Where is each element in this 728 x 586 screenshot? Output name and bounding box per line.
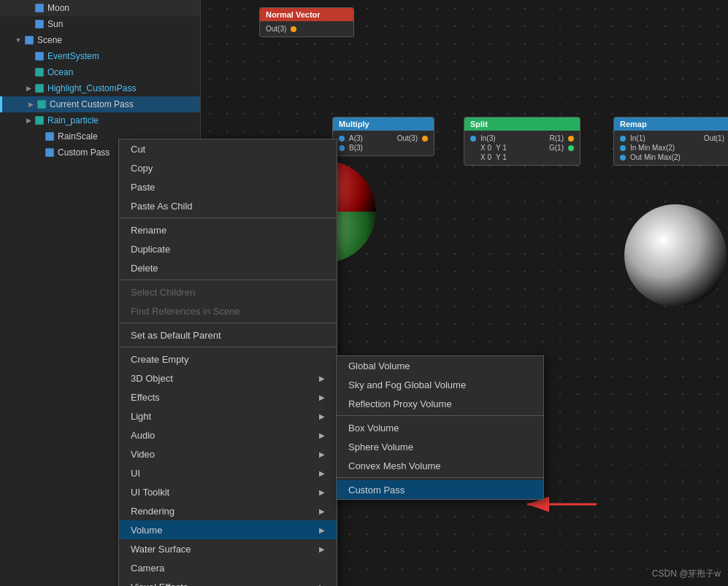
- expand-arrow: [34, 147, 44, 158]
- menu-item-label: Effects: [131, 392, 160, 403]
- hierarchy-item-ocean[interactable]: Ocean: [0, 64, 200, 80]
- menu-item-label: Delete: [131, 263, 158, 274]
- port-label: Y 1: [496, 144, 507, 152]
- menu-item-video[interactable]: Video ▶: [119, 444, 337, 463]
- menu-item-delete[interactable]: Delete: [119, 258, 337, 277]
- menu-item-set-default-parent[interactable]: Set as Default Parent: [119, 325, 337, 344]
- node-remap: Remap In(1) Out(1) In Min Max(2) Out Min…: [613, 117, 728, 166]
- cube-icon-teal: [34, 66, 45, 78]
- menu-item-duplicate[interactable]: Duplicate: [119, 239, 337, 258]
- node-body: In(3) R(1) X 0 Y 1 G(1) X 0 Y 1: [464, 131, 580, 165]
- submenu-item-label: Box Volume: [348, 423, 399, 433]
- menu-item-visual-effects[interactable]: Visual Effects ▶: [119, 577, 337, 586]
- item-label: RainScale: [58, 131, 98, 142]
- menu-item-paste[interactable]: Paste: [119, 177, 337, 196]
- menu-item-volume[interactable]: Volume ▶: [119, 520, 337, 539]
- menu-item-label: Copy: [131, 163, 153, 174]
- input-port: [339, 145, 345, 151]
- menu-item-label: Find References in Scene: [131, 306, 240, 317]
- menu-item-camera[interactable]: Camera: [119, 558, 337, 577]
- menu-item-label: Rendering: [131, 506, 175, 517]
- submenu-item-label: Custom Pass: [348, 485, 405, 496]
- submenu-item-custom-pass[interactable]: Custom Pass: [337, 480, 543, 499]
- watermark: CSDN @芽孢子w: [652, 568, 721, 580]
- menu-item-paste-as-child[interactable]: Paste As Child: [119, 196, 337, 215]
- submenu-arrow-icon: ▶: [319, 431, 325, 439]
- node-header: Remap: [614, 117, 728, 131]
- port-label: X 0: [480, 153, 491, 161]
- hierarchy-item-current-custom-pass[interactable]: ▶ Current Custom Pass: [0, 96, 200, 112]
- port-label: In(3): [480, 134, 496, 142]
- submenu-arrow-icon: ▶: [319, 583, 325, 587]
- menu-item-ui[interactable]: UI ▶: [119, 463, 337, 482]
- hierarchy-item-eventsystem[interactable]: EventSystem: [0, 48, 200, 64]
- submenu-item-global-volume[interactable]: Global Volume: [337, 356, 543, 375]
- menu-item-label: Light: [131, 411, 151, 422]
- node-split: Split In(3) R(1) X 0 Y 1 G(1) X 0 Y 1: [464, 117, 581, 166]
- cube-icon: [23, 34, 35, 46]
- node-row: In(3) R(1): [470, 134, 574, 143]
- menu-separator: [119, 279, 337, 280]
- menu-item-audio[interactable]: Audio ▶: [119, 425, 337, 444]
- node-row: B(3): [339, 143, 428, 153]
- hierarchy-item-highlight[interactable]: ▶ Highlight_CustomPass: [0, 80, 200, 96]
- menu-separator: [119, 347, 337, 347]
- output-port: [568, 136, 574, 142]
- menu-item-create-empty[interactable]: Create Empty: [119, 350, 337, 369]
- menu-item-copy[interactable]: Copy: [119, 158, 337, 177]
- cube-icon: [44, 131, 55, 142]
- menu-item-label: Paste As Child: [131, 201, 193, 212]
- menu-item-rename[interactable]: Rename: [119, 220, 337, 239]
- menu-item-rendering[interactable]: Rendering ▶: [119, 501, 337, 520]
- cube-icon-teal: [34, 82, 45, 94]
- cube-icon: [34, 2, 45, 14]
- hierarchy-item-sun[interactable]: Sun: [0, 16, 200, 32]
- submenu-item-sky-fog-volume[interactable]: Sky and Fog Global Volume: [337, 375, 543, 394]
- volume-submenu: Global Volume Sky and Fog Global Volume …: [336, 355, 544, 500]
- submenu-arrow-icon: ▶: [319, 469, 325, 477]
- menu-item-label: Audio: [131, 430, 155, 441]
- menu-item-effects[interactable]: Effects ▶: [119, 388, 337, 406]
- submenu-item-reflection-proxy[interactable]: Reflection Proxy Volume: [337, 394, 543, 413]
- expand-arrow: ▶: [26, 99, 36, 109]
- expand-arrow: [23, 51, 34, 61]
- port-label: In(1): [630, 134, 645, 142]
- port-label: Out Min Max(2): [630, 153, 681, 161]
- menu-item-label: UI Toolkit: [131, 487, 169, 498]
- sphere-bw: [624, 204, 727, 307]
- context-menu: Cut Copy Paste Paste As Child Rename Dup…: [118, 139, 337, 586]
- port-label: In Min Max(2): [630, 144, 675, 152]
- menu-item-water-surface[interactable]: Water Surface ▶: [119, 539, 337, 558]
- hierarchy-item-moon[interactable]: Moon: [0, 0, 200, 16]
- port-label: X 0: [480, 144, 491, 152]
- menu-item-label: 3D Object: [131, 373, 173, 384]
- port-label: A(3): [349, 134, 363, 142]
- node-header: Multiply: [333, 117, 434, 131]
- submenu-arrow-icon: ▶: [319, 412, 325, 420]
- hierarchy-item-rain-particle[interactable]: ▶ Rain_particle: [0, 112, 200, 128]
- menu-item-3d-object[interactable]: 3D Object ▶: [119, 369, 337, 388]
- node-body: A(3) Out(3) B(3): [333, 131, 434, 155]
- submenu-item-sphere-volume[interactable]: Sphere Volume: [337, 437, 543, 456]
- menu-separator: [119, 217, 337, 218]
- submenu-arrow-icon: ▶: [319, 545, 325, 553]
- input-port: [620, 136, 626, 142]
- submenu-item-box-volume[interactable]: Box Volume: [337, 418, 543, 437]
- node-body: In(1) Out(1) In Min Max(2) Out Min Max(2…: [614, 131, 728, 165]
- node-row: Out(3): [266, 24, 348, 34]
- item-label: Scene: [37, 35, 62, 45]
- menu-item-label: Paste: [131, 182, 155, 193]
- submenu-item-convex-mesh[interactable]: Convex Mesh Volume: [337, 456, 543, 475]
- submenu-separator: [337, 415, 543, 416]
- menu-item-cut[interactable]: Cut: [119, 139, 337, 158]
- menu-item-ui-toolkit[interactable]: UI Toolkit ▶: [119, 482, 337, 501]
- port-label: Out(1): [704, 134, 724, 142]
- menu-separator: [119, 323, 337, 323]
- menu-item-label: Set as Default Parent: [131, 330, 221, 341]
- hierarchy-item-scene[interactable]: ▼ Scene: [0, 32, 200, 48]
- menu-item-light[interactable]: Light ▶: [119, 406, 337, 425]
- node-row: In Min Max(2): [620, 143, 728, 153]
- node-normal-vector: Normal Vector Out(3): [259, 7, 354, 37]
- submenu-arrow-icon: ▶: [319, 507, 325, 515]
- port-label: Out(3): [397, 134, 418, 142]
